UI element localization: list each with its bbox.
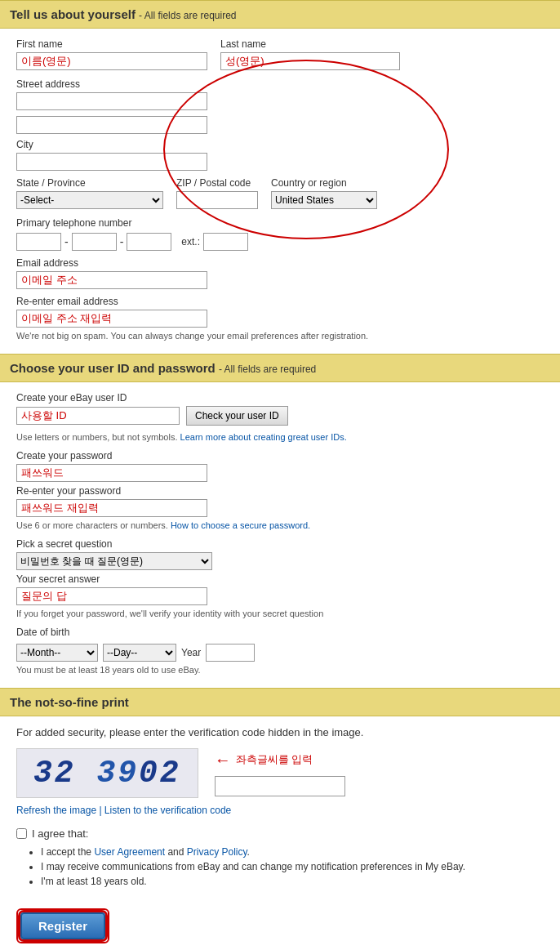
- reenter-email-input[interactable]: [16, 310, 207, 328]
- secret-hint: If you forget your password, we'll verif…: [16, 609, 544, 618]
- state-label: State / Province: [16, 177, 163, 189]
- userid-link[interactable]: Learn more about creating great user IDs…: [180, 432, 347, 442]
- agree-item-3: I'm at least 18 years old.: [41, 876, 544, 887]
- captcha-links: Refresh the image | Listen to the verifi…: [16, 805, 544, 816]
- secret-row: 비밀번호 찾을 때 질문(영문): [16, 552, 544, 570]
- section1-body: First name Last name Street address City…: [0, 29, 560, 354]
- password-group: Create your password: [16, 450, 544, 482]
- email-input[interactable]: [16, 271, 207, 289]
- last-name-label: Last name: [220, 38, 400, 50]
- captcha-annotation-text: 좌측글씨를 입력: [236, 752, 313, 767]
- dob-hint: You must be at least 18 years old to use…: [16, 665, 544, 675]
- reenter-password-label: Re-enter your password: [16, 485, 544, 497]
- phone-row: - - ext.:: [16, 233, 544, 251]
- section3: The not-so-fine print For added security…: [0, 688, 560, 950]
- last-name-input[interactable]: [220, 52, 400, 70]
- section2-body: Create your eBay user ID Check your user…: [0, 382, 560, 688]
- captcha-arrow-icon: ←: [215, 751, 231, 769]
- street-label: Street address: [16, 78, 544, 90]
- city-input[interactable]: [16, 153, 207, 171]
- agree-item-1: I accept the User Agreement and Privacy …: [41, 846, 544, 858]
- refresh-image-link[interactable]: Refresh the image: [16, 805, 96, 816]
- section3-header: The not-so-fine print: [0, 688, 560, 716]
- email-label: Email address: [16, 257, 544, 269]
- password-link[interactable]: How to choose a secure password.: [171, 520, 310, 530]
- check-userid-button[interactable]: Check your user ID: [186, 406, 288, 426]
- secret-answer-input[interactable]: [16, 587, 207, 605]
- privacy-policy-link[interactable]: Privacy Policy: [187, 846, 247, 858]
- captcha-image: 32 3902: [16, 748, 198, 798]
- country-group: Country or region United States: [271, 177, 377, 209]
- first-name-input[interactable]: [16, 52, 207, 70]
- phone-suffix[interactable]: [127, 233, 171, 251]
- secret-answer-label: Your secret answer: [16, 573, 544, 585]
- street-input-2[interactable]: [16, 116, 207, 134]
- secret-question-select[interactable]: 비밀번호 찾을 때 질문(영문): [16, 552, 212, 570]
- state-zip-country-row: State / Province -Select- ZIP / Postal c…: [16, 177, 544, 209]
- userid-group: Create your eBay user ID Check your user…: [16, 392, 544, 429]
- country-label: Country or region: [271, 177, 377, 189]
- phone-dash-2: -: [120, 235, 124, 248]
- zip-input[interactable]: [176, 191, 258, 209]
- reenter-password-input[interactable]: [16, 499, 207, 517]
- security-note: For added security, please enter the ver…: [16, 726, 544, 738]
- year-label: Year: [181, 647, 201, 658]
- dob-label: Date of birth: [16, 627, 544, 638]
- dob-group: Date of birth --Month-- --Day-- Year: [16, 627, 544, 662]
- ext-label: ext.:: [181, 236, 200, 248]
- city-group: City: [16, 139, 544, 171]
- name-row: First name Last name: [16, 38, 544, 70]
- password-input[interactable]: [16, 464, 207, 482]
- register-btn-wrapper: Register: [16, 908, 109, 943]
- street-input-1[interactable]: [16, 92, 207, 110]
- agree-checkbox[interactable]: [16, 828, 27, 839]
- phone-prefix[interactable]: [72, 233, 117, 251]
- first-name-label: First name: [16, 38, 207, 50]
- userid-row: Check your user ID: [16, 406, 544, 426]
- section2-header: Choose your user ID and password - All f…: [0, 354, 560, 382]
- listen-code-link[interactable]: Listen to the verification code: [104, 805, 231, 816]
- agree-item-2: I may receive communications from eBay a…: [41, 861, 544, 872]
- section1-header: Tell us about yourself - All fields are …: [0, 0, 560, 29]
- year-input[interactable]: [206, 644, 255, 662]
- secret-answer-group: Your secret answer: [16, 573, 544, 605]
- state-group: State / Province -Select-: [16, 177, 163, 209]
- ext-input[interactable]: [203, 233, 248, 251]
- first-name-group: First name: [16, 38, 207, 70]
- section2: Choose your user ID and password - All f…: [0, 354, 560, 688]
- register-button[interactable]: Register: [20, 912, 105, 939]
- email-group: Email address: [16, 257, 544, 289]
- captcha-input-area: ← 좌측글씨를 입력: [215, 751, 345, 796]
- user-agreement-link[interactable]: User Agreement: [94, 846, 165, 858]
- spam-note: We're not big on spam. You can always ch…: [16, 331, 544, 341]
- section1: Tell us about yourself - All fields are …: [0, 0, 560, 354]
- dob-row: --Month-- --Day-- Year: [16, 644, 544, 662]
- country-select[interactable]: United States: [271, 191, 377, 209]
- section3-body: For added security, please enter the ver…: [0, 716, 560, 950]
- last-name-group: Last name: [220, 38, 400, 70]
- reenter-password-group: Re-enter your password: [16, 485, 544, 517]
- password-hint: Use 6 or more characters or numbers. How…: [16, 520, 544, 530]
- secret-question-group: Pick a secret question 비밀번호 찾을 때 질문(영문): [16, 538, 544, 570]
- phone-group: Primary telephone number - - ext.:: [16, 217, 544, 251]
- agree-list: I accept the User Agreement and Privacy …: [41, 846, 544, 887]
- userid-hint: Use letters or numbers, but not symbols.…: [16, 432, 544, 442]
- phone-area[interactable]: [16, 233, 61, 251]
- reenter-email-group: Re-enter email address: [16, 296, 544, 328]
- street-group: Street address: [16, 78, 544, 134]
- secret-question-label: Pick a secret question: [16, 538, 544, 550]
- password-label: Create your password: [16, 450, 544, 462]
- state-select[interactable]: -Select-: [16, 191, 163, 209]
- userid-input[interactable]: [16, 407, 180, 425]
- month-select[interactable]: --Month--: [16, 644, 98, 662]
- userid-label: Create your eBay user ID: [16, 392, 544, 404]
- agree-checkbox-label: I agree that:: [16, 827, 544, 840]
- phone-label: Primary telephone number: [16, 217, 544, 229]
- phone-dash-1: -: [64, 235, 69, 248]
- captcha-input-wrapper: [215, 776, 345, 796]
- agree-section: I agree that: I accept the User Agreemen…: [16, 827, 544, 887]
- captcha-area: 32 3902 ← 좌측글씨를 입력: [16, 748, 544, 798]
- captcha-input[interactable]: [215, 777, 345, 796]
- reenter-email-label: Re-enter email address: [16, 296, 544, 307]
- day-select[interactable]: --Day--: [103, 644, 176, 662]
